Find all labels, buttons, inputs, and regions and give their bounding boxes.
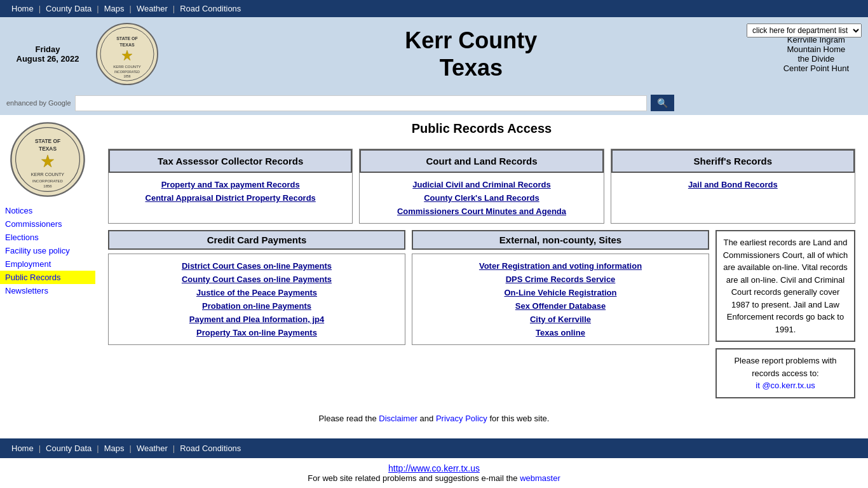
sidebar-item-facility[interactable]: Facility use policy: [0, 244, 95, 257]
judicial-civil-link[interactable]: Judicial Civil and Criminal Records: [365, 178, 598, 191]
svg-text:1856: 1856: [123, 74, 130, 78]
tax-assessor-sublinks: Property and Tax payment Records Central…: [109, 173, 352, 210]
plea-info-link[interactable]: Payment and Plea Information, jp4: [114, 313, 400, 326]
probation-payment-link[interactable]: Probation on-line Payments: [114, 299, 400, 313]
svg-text:STATE OF: STATE OF: [35, 138, 60, 144]
category-row: Tax Assessor Collector Records Property …: [108, 149, 855, 224]
city-kerrville-link[interactable]: City of Kerrville: [417, 313, 703, 326]
external-section-title[interactable]: External, non-county, Sites: [412, 230, 709, 250]
payment-section-wrapper: Credit Card Payments District Court Case…: [108, 230, 405, 405]
top-nav-road-conditions[interactable]: Road Conditions: [175, 3, 246, 15]
privacy-policy-link[interactable]: Privacy Policy: [436, 414, 487, 423]
svg-text:KERR COUNTY: KERR COUNTY: [113, 65, 141, 69]
layout: STATE OF TEXAS KERR COUNTY INCORPORATED …: [0, 115, 868, 411]
property-tax-online-link[interactable]: Property Tax on-line Payments: [114, 326, 400, 339]
report-text: Please report problems with records acce…: [734, 356, 836, 378]
info-box: The earliest records are Land and Commis…: [715, 230, 855, 405]
sheriff-section: Sheriff's Records Jail and Bond Records: [611, 149, 855, 224]
date-block: Friday August 26, 2022: [6, 44, 89, 64]
sidebar-item-notices[interactable]: Notices: [0, 204, 95, 217]
svg-text:STATE OF: STATE OF: [116, 36, 138, 41]
vehicle-registration-link[interactable]: On-Line Vehicle Registration: [417, 286, 703, 299]
and-text: and: [420, 414, 434, 423]
top-nav-maps[interactable]: Maps: [99, 3, 130, 15]
court-land-title: Court and Land Records: [426, 156, 537, 166]
district-court-payment-link[interactable]: District Court Cases on-line Payments: [114, 259, 400, 273]
external-links-section: Voter Registration and voting informatio…: [412, 254, 709, 345]
external-section-wrapper: External, non-county, Sites Voter Regist…: [412, 230, 709, 405]
report-box: Please report problems with records acce…: [715, 348, 855, 398]
svg-text:INCORPORATED: INCORPORATED: [32, 179, 64, 183]
disclaimer-link[interactable]: Disclaimer: [379, 414, 417, 423]
sidebar-seal: STATE OF TEXAS KERR COUNTY INCORPORATED …: [10, 121, 86, 198]
svg-text:INCORPORATED: INCORPORATED: [114, 70, 140, 74]
header: Friday August 26, 2022 STATE OF TEXAS KE…: [0, 17, 868, 91]
payment-links-section: District Court Cases on-line Payments Co…: [108, 254, 405, 345]
search-input[interactable]: [75, 95, 647, 111]
tax-assessor-section: Tax Assessor Collector Records Property …: [108, 149, 353, 224]
sex-offender-link[interactable]: Sex Offender Database: [417, 299, 703, 313]
disclaimer-end: for this web site.: [489, 414, 549, 423]
date-day: Friday: [6, 44, 89, 54]
sidebar-item-employment[interactable]: Employment: [0, 257, 95, 271]
county-title: Kerr County Texas: [159, 27, 783, 81]
justice-peace-payment-link[interactable]: Justice of the Peace Payments: [114, 286, 400, 299]
commissioners-court-link[interactable]: Commissioners Court Minutes and Agenda: [365, 205, 598, 218]
svg-text:TEXAS: TEXAS: [119, 43, 135, 47]
sheriff-title: Sheriff's Records: [694, 156, 773, 166]
svg-text:1856: 1856: [43, 184, 52, 188]
county-clerk-link[interactable]: County Clerk's Land Records: [365, 191, 598, 205]
report-email[interactable]: it @co.kerr.tx.us: [756, 381, 815, 390]
top-nav-home[interactable]: Home: [6, 3, 39, 15]
webmaster-text: For web site related problems and sugges…: [308, 473, 517, 483]
sidebar-item-newsletters[interactable]: Newsletters: [0, 284, 95, 297]
county-url-link[interactable]: http://www.co.kerr.tx.us: [388, 463, 480, 473]
court-land-box[interactable]: Court and Land Records: [360, 149, 603, 173]
dept-dropdown[interactable]: click here for department list: [747, 24, 862, 37]
footer-disclaimer: Please read the Disclaimer and Privacy P…: [0, 411, 868, 426]
top-nav-county-data[interactable]: County Data: [41, 3, 97, 15]
sidebar: STATE OF TEXAS KERR COUNTY INCORPORATED …: [0, 115, 95, 411]
central-appraisal-link[interactable]: Central Appraisal District Property Reco…: [114, 191, 347, 205]
jail-bond-link[interactable]: Jail and Bond Records: [616, 178, 850, 191]
search-button[interactable]: 🔍: [651, 95, 674, 111]
dps-crime-link[interactable]: DPS Crime Records Service: [417, 273, 703, 286]
footer-nav-county-data[interactable]: County Data: [41, 442, 97, 454]
tax-assessor-box[interactable]: Tax Assessor Collector Records: [109, 149, 352, 173]
search-label: enhanced by Google: [6, 99, 71, 107]
svg-text:KERR COUNTY: KERR COUNTY: [31, 172, 65, 177]
tax-assessor-title: Tax Assessor Collector Records: [158, 156, 303, 166]
county-seal: STATE OF TEXAS KERR COUNTY INCORPORATED …: [95, 22, 159, 86]
payment-section-title[interactable]: Credit Card Payments: [108, 230, 405, 250]
texas-online-link[interactable]: Texas online: [417, 326, 703, 339]
sheriff-box[interactable]: Sheriff's Records: [611, 149, 855, 173]
top-navigation: Home | County Data | Maps | Weather | Ro…: [0, 0, 868, 17]
footer-navigation: Home | County Data | Maps | Weather | Ro…: [0, 438, 868, 458]
page-title: Public Records Access: [108, 121, 855, 136]
footer-nav-road-conditions[interactable]: Road Conditions: [175, 442, 246, 454]
date-full: August 26, 2022: [6, 54, 89, 64]
court-land-section: Court and Land Records Judicial Civil an…: [359, 149, 604, 224]
voter-registration-link[interactable]: Voter Registration and voting informatio…: [417, 259, 703, 273]
sidebar-item-public-records[interactable]: Public Records: [0, 271, 95, 284]
dept-dropdown-area[interactable]: click here for department list: [747, 24, 862, 37]
sidebar-item-commissioners[interactable]: Commissioners: [0, 217, 95, 231]
court-land-sublinks: Judicial Civil and Criminal Records Coun…: [360, 173, 603, 223]
search-bar: enhanced by Google 🔍: [0, 91, 868, 115]
property-tax-link[interactable]: Property and Tax payment Records: [114, 178, 347, 191]
footer-nav-weather[interactable]: Weather: [132, 442, 173, 454]
footer-nav-home[interactable]: Home: [6, 442, 39, 454]
disclaimer-prefix: Please read the: [319, 414, 377, 423]
sidebar-item-elections[interactable]: Elections: [0, 231, 95, 244]
main-content: Public Records Access Tax Assessor Colle…: [95, 115, 868, 411]
top-nav-weather[interactable]: Weather: [132, 3, 173, 15]
footer-nav-maps[interactable]: Maps: [99, 442, 130, 454]
cities-block: Kerrville Ingram Mountain Home the Divid…: [783, 35, 849, 73]
county-court-payment-link[interactable]: County Court Cases on-line Payments: [114, 273, 400, 286]
footer-bottom: http://www.co.kerr.tx.us For web site re…: [0, 458, 868, 488]
svg-text:TEXAS: TEXAS: [39, 146, 57, 152]
sheriff-sublinks: Jail and Bond Records: [611, 173, 855, 196]
webmaster-link[interactable]: webmaster: [520, 473, 560, 483]
info-box-text: The earliest records are Land and Commis…: [715, 230, 855, 342]
payment-external-row: Credit Card Payments District Court Case…: [108, 230, 855, 405]
